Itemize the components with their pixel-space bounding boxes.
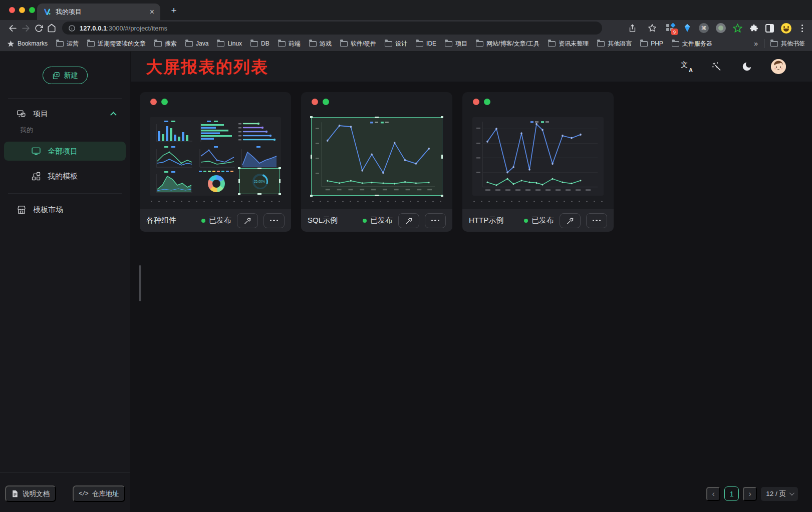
hammer-icon — [243, 216, 252, 225]
folder-icon — [56, 41, 64, 47]
new-tab-button[interactable]: + — [167, 4, 180, 17]
sidebar-item-my-templates[interactable]: 我的模板 — [4, 167, 126, 186]
more-actions-button[interactable] — [425, 213, 446, 228]
mini-progress-ring-selected: 25.00% — [239, 168, 280, 194]
current-page-button[interactable]: 1 — [724, 486, 739, 501]
bookmark-folder[interactable]: Linux — [217, 40, 242, 47]
tab-close-icon[interactable]: × — [150, 8, 154, 16]
edit-project-button[interactable] — [237, 213, 258, 228]
minimize-window-button[interactable] — [19, 7, 25, 13]
folder-icon — [309, 41, 317, 47]
edit-project-button[interactable] — [560, 213, 581, 228]
chevron-up-icon[interactable] — [110, 112, 117, 118]
ellipsis-icon — [270, 220, 279, 222]
back-icon[interactable] — [6, 22, 19, 35]
project-card-http[interactable]: HTTP示例 已发布 — [462, 92, 614, 232]
close-window-button[interactable] — [9, 7, 15, 13]
user-avatar[interactable] — [771, 59, 786, 74]
site-info-icon[interactable] — [68, 25, 76, 32]
divider — [8, 98, 122, 99]
sidebar-item-template-market[interactable]: 模板市场 — [4, 200, 126, 219]
more-actions-button[interactable] — [586, 213, 607, 228]
app-header: 大屏报表的列表 文 A — [131, 52, 812, 82]
divider — [8, 193, 122, 194]
folder-icon — [597, 41, 605, 47]
status-text: 已发布 — [370, 216, 393, 225]
sidebar-group-label: 我的 — [20, 126, 33, 135]
new-project-button[interactable]: 新建 — [43, 67, 88, 84]
status-dot — [363, 219, 367, 223]
forward-icon[interactable] — [19, 22, 32, 35]
folder-icon — [445, 41, 452, 47]
bookmark-folder[interactable]: 搜索 — [154, 40, 177, 48]
bookmark-folder[interactable]: DB — [250, 40, 269, 47]
browser-tab[interactable]: 我的项目 × — [37, 4, 160, 20]
chrome-menu-icon[interactable] — [798, 24, 806, 33]
page-size-select[interactable]: 12 / 页 — [761, 487, 798, 501]
bookmarks-overflow-button[interactable]: » — [754, 40, 758, 48]
reload-icon[interactable] — [32, 22, 45, 35]
folder-icon — [340, 41, 348, 47]
mini-area-chart-blue — [237, 145, 280, 170]
bookmark-folder[interactable]: IDE — [416, 40, 436, 47]
extension-proxy-icon[interactable]: 9 — [666, 23, 676, 33]
share-icon[interactable] — [626, 22, 639, 35]
bookmark-folder[interactable]: 文件服务器 — [672, 40, 712, 48]
language-icon[interactable]: 文 A — [681, 61, 693, 73]
ellipsis-icon — [431, 220, 440, 222]
dark-mode-moon-icon[interactable] — [741, 61, 753, 73]
tab-strip: 我的项目 × + — [0, 0, 812, 20]
next-page-button[interactable]: › — [743, 487, 757, 501]
bookmarks-manager[interactable]: Bookmarks — [7, 40, 48, 48]
chevron-down-icon — [789, 490, 794, 495]
project-card-components[interactable]: 25.00% 各种组件 已发布 — [140, 92, 291, 232]
folder-icon — [548, 41, 556, 47]
bookmark-star-icon[interactable] — [646, 22, 659, 35]
more-actions-button[interactable] — [263, 213, 285, 228]
bookmark-folder[interactable]: 项目 — [445, 40, 467, 48]
bookmark-folder[interactable]: 游戏 — [309, 40, 332, 48]
zoom-window-button[interactable] — [29, 7, 35, 13]
extension-recorder-icon[interactable] — [716, 23, 726, 33]
extension-star-icon[interactable] — [733, 24, 742, 33]
project-title: HTTP示例 — [469, 216, 503, 225]
profile-avatar-icon[interactable] — [781, 23, 791, 34]
bookmark-folder[interactable]: 运营 — [56, 40, 79, 48]
repo-button[interactable]: </> 仓库地址 — [73, 485, 125, 502]
card-footer: 各种组件 已发布 — [140, 209, 291, 232]
docs-button[interactable]: 说明文档 — [5, 485, 56, 502]
ellipsis-icon — [593, 220, 601, 222]
extensions-puzzle-icon[interactable] — [749, 24, 758, 33]
bookmark-folder[interactable]: 设计 — [385, 40, 407, 48]
magic-wand-icon[interactable] — [711, 61, 723, 73]
bookmark-folder[interactable]: PHP — [640, 40, 663, 47]
other-bookmarks-button[interactable]: 其他书签 — [770, 40, 805, 48]
status-text: 已发布 — [531, 216, 554, 225]
mini-area-chart-green — [152, 170, 194, 195]
side-panel-icon[interactable] — [765, 24, 774, 33]
scrollbar-thumb[interactable] — [139, 265, 141, 301]
bookmark-folder[interactable]: 网站/博客/文章/工具 — [476, 40, 539, 48]
project-card-sql[interactable]: SQL示例 已发布 — [301, 92, 452, 232]
extension-gem-icon[interactable] — [683, 24, 692, 33]
bookmark-folder[interactable]: 近期需要读的文章 — [87, 40, 146, 48]
bookmark-folder[interactable]: Java — [185, 40, 208, 47]
sidebar-item-all-projects[interactable]: 全部项目 — [4, 142, 126, 161]
bookmark-folder[interactable]: 资讯未整理 — [548, 40, 589, 48]
sidebar-section-projects[interactable]: 项目 — [0, 104, 130, 124]
home-icon[interactable] — [45, 22, 58, 35]
mini-bar-chart — [152, 119, 194, 144]
prev-page-button[interactable]: ‹ — [706, 487, 720, 501]
tab-title: 我的项目 — [56, 8, 145, 17]
edit-project-button[interactable] — [398, 213, 419, 228]
hammer-icon — [404, 216, 413, 225]
bookmark-folder[interactable]: 前端 — [278, 40, 301, 48]
dotted-divider — [309, 201, 444, 202]
extension-command-icon[interactable]: ⌘ — [699, 23, 709, 33]
bookmark-folder[interactable]: 软件/硬件 — [340, 40, 376, 48]
address-bar[interactable]: 127.0.0.1:3000/#/project/items — [62, 22, 602, 35]
mini-hbar-chart — [195, 119, 237, 144]
code-icon: </> — [79, 490, 88, 497]
line-chart — [472, 117, 604, 196]
bookmark-folder[interactable]: 其他语言 — [597, 40, 632, 48]
